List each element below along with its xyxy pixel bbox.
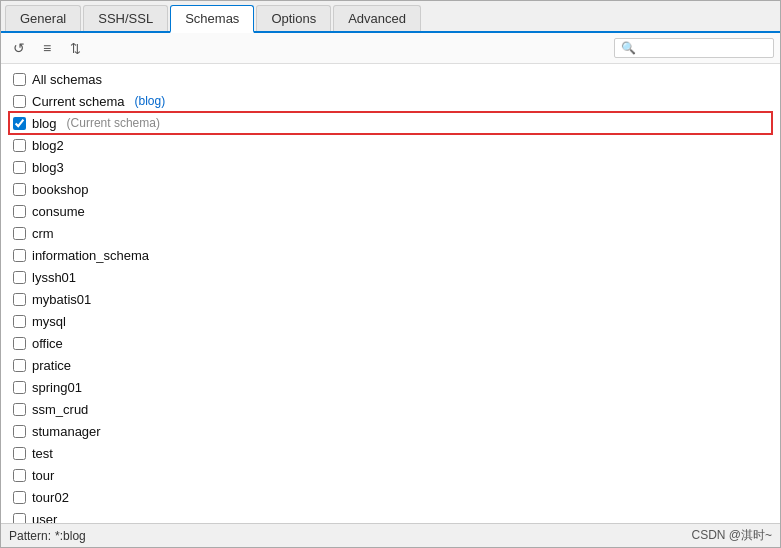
checkbox-mybatis01[interactable] — [13, 293, 26, 306]
checkbox-tour02[interactable] — [13, 491, 26, 504]
toolbar: ↺ ≡ ⇅ 🔍 — [1, 33, 780, 64]
search-input[interactable] — [636, 41, 766, 55]
checkbox-office[interactable] — [13, 337, 26, 350]
schema-label-pratice: pratice — [32, 358, 71, 373]
schema-label-mysql: mysql — [32, 314, 66, 329]
tab-general[interactable]: General — [5, 5, 81, 31]
schema-label-stumanager: stumanager — [32, 424, 101, 439]
checkbox-pratice[interactable] — [13, 359, 26, 372]
checkbox-blog3[interactable] — [13, 161, 26, 174]
schema-label-current: Current schema — [32, 94, 124, 109]
search-icon: 🔍 — [621, 41, 636, 55]
refresh-button[interactable]: ↺ — [7, 37, 31, 59]
schema-item-blog3[interactable]: blog3 — [9, 156, 772, 178]
checkbox-crm[interactable] — [13, 227, 26, 240]
sort-asc-icon: ≡ — [43, 40, 51, 56]
checkbox-ssm_crud[interactable] — [13, 403, 26, 416]
checkbox-current[interactable] — [13, 95, 26, 108]
schema-item-tour[interactable]: tour — [9, 464, 772, 486]
checkbox-blog2[interactable] — [13, 139, 26, 152]
schema-item-blog2[interactable]: blog2 — [9, 134, 772, 156]
schema-item-current[interactable]: Current schema(blog) — [9, 90, 772, 112]
checkbox-bookshop[interactable] — [13, 183, 26, 196]
status-bar: Pattern: *:blog CSDN @淇时~ — [1, 523, 780, 547]
tab-advanced[interactable]: Advanced — [333, 5, 421, 31]
schema-item-information_schema[interactable]: information_schema — [9, 244, 772, 266]
tab-bar: GeneralSSH/SSLSchemasOptionsAdvanced — [1, 1, 780, 33]
schema-item-bookshop[interactable]: bookshop — [9, 178, 772, 200]
schema-label-test: test — [32, 446, 53, 461]
watermark: CSDN @淇时~ — [691, 527, 772, 544]
checkbox-stumanager[interactable] — [13, 425, 26, 438]
pattern-value: *:blog — [55, 529, 86, 543]
checkbox-lyssh01[interactable] — [13, 271, 26, 284]
checkbox-all[interactable] — [13, 73, 26, 86]
schema-item-crm[interactable]: crm — [9, 222, 772, 244]
schema-item-user[interactable]: user — [9, 508, 772, 523]
schema-label-mybatis01: mybatis01 — [32, 292, 91, 307]
schema-item-consume[interactable]: consume — [9, 200, 772, 222]
checkbox-information_schema[interactable] — [13, 249, 26, 262]
sort-asc-button[interactable]: ≡ — [35, 37, 59, 59]
schema-item-pratice[interactable]: pratice — [9, 354, 772, 376]
schema-item-test[interactable]: test — [9, 442, 772, 464]
schema-item-office[interactable]: office — [9, 332, 772, 354]
schema-label-tour: tour — [32, 468, 54, 483]
sort-custom-icon: ⇅ — [70, 41, 81, 56]
checkbox-spring01[interactable] — [13, 381, 26, 394]
schema-label-blog2: blog2 — [32, 138, 64, 153]
checkbox-blog[interactable] — [13, 117, 26, 130]
refresh-icon: ↺ — [13, 40, 25, 56]
schema-label-spring01: spring01 — [32, 380, 82, 395]
schema-label-information_schema: information_schema — [32, 248, 149, 263]
schema-item-mybatis01[interactable]: mybatis01 — [9, 288, 772, 310]
schema-item-spring01[interactable]: spring01 — [9, 376, 772, 398]
schema-label-ssm_crud: ssm_crud — [32, 402, 88, 417]
schema-item-stumanager[interactable]: stumanager — [9, 420, 772, 442]
checkbox-mysql[interactable] — [13, 315, 26, 328]
schema-label-consume: consume — [32, 204, 85, 219]
tab-schemas[interactable]: Schemas — [170, 5, 254, 33]
pattern-label: Pattern: — [9, 529, 51, 543]
schema-label-bookshop: bookshop — [32, 182, 88, 197]
dialog-container: GeneralSSH/SSLSchemasOptionsAdvanced ↺ ≡… — [0, 0, 781, 548]
schema-item-mysql[interactable]: mysql — [9, 310, 772, 332]
tab-ssh[interactable]: SSH/SSL — [83, 5, 168, 31]
sort-custom-button[interactable]: ⇅ — [63, 37, 87, 59]
checkbox-test[interactable] — [13, 447, 26, 460]
schema-item-blog[interactable]: blog(Current schema) — [9, 112, 772, 134]
schema-label-all: All schemas — [32, 72, 102, 87]
search-box: 🔍 — [614, 38, 774, 58]
schema-label-user: user — [32, 512, 57, 524]
schema-label-office: office — [32, 336, 63, 351]
schema-item-all[interactable]: All schemas — [9, 68, 772, 90]
checkbox-consume[interactable] — [13, 205, 26, 218]
schema-item-ssm_crud[interactable]: ssm_crud — [9, 398, 772, 420]
schema-item-tour02[interactable]: tour02 — [9, 486, 772, 508]
schema-list: All schemasCurrent schema(blog)blog(Curr… — [1, 64, 780, 523]
status-pattern: Pattern: *:blog — [9, 529, 86, 543]
checkbox-user[interactable] — [13, 513, 26, 524]
schema-item-lyssh01[interactable]: lyssh01 — [9, 266, 772, 288]
schema-sublabel-blog: (Current schema) — [67, 116, 160, 130]
schema-label-lyssh01: lyssh01 — [32, 270, 76, 285]
checkbox-tour[interactable] — [13, 469, 26, 482]
tab-options[interactable]: Options — [256, 5, 331, 31]
schema-label-tour02: tour02 — [32, 490, 69, 505]
schema-label-blog: blog — [32, 116, 57, 131]
schema-label-blog3: blog3 — [32, 160, 64, 175]
schema-sublabel-current: (blog) — [134, 94, 165, 108]
schema-label-crm: crm — [32, 226, 54, 241]
